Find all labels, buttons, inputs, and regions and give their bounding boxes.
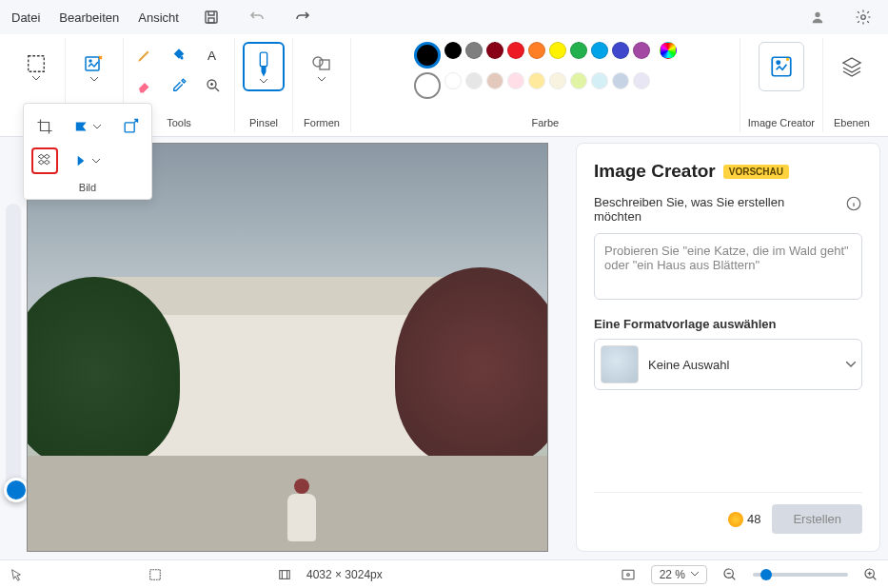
menu-edit[interactable]: Bearbeiten xyxy=(59,10,119,25)
current-color-2[interactable] xyxy=(414,72,441,99)
eraser-tool[interactable] xyxy=(131,72,158,99)
color-swatch[interactable] xyxy=(633,72,650,89)
resize-icon[interactable] xyxy=(74,113,101,140)
create-button[interactable]: Erstellen xyxy=(772,504,862,534)
canvas-image[interactable] xyxy=(27,143,548,552)
color-swatch[interactable] xyxy=(507,42,524,59)
color-swatch[interactable] xyxy=(612,72,629,89)
coin-icon xyxy=(728,512,743,527)
color-swatch[interactable] xyxy=(444,72,462,89)
statusbar: 4032 × 3024px 22 % xyxy=(0,559,888,588)
describe-label: Beschreiben Sie, was Sie erstellen möcht… xyxy=(594,195,813,224)
color-swatch[interactable] xyxy=(465,42,483,59)
settings-icon[interactable] xyxy=(850,4,877,30)
svg-rect-0 xyxy=(206,11,217,23)
zoom-slider[interactable] xyxy=(753,573,848,577)
prompt-input[interactable]: Probieren Sie "eine Katze, die im Wald g… xyxy=(594,233,862,300)
menubar: Datei Bearbeiten Ansicht xyxy=(0,0,888,34)
save-icon[interactable] xyxy=(198,4,225,30)
svg-rect-1 xyxy=(208,18,214,23)
brush-tool[interactable] xyxy=(243,42,285,91)
ribbon-group-color: Farbe xyxy=(351,38,740,132)
svg-point-6 xyxy=(89,60,91,62)
color-swatch[interactable] xyxy=(528,42,545,59)
ribbon-group-shapes: Formen xyxy=(293,38,351,132)
color-swatch[interactable] xyxy=(486,42,503,59)
dimensions-text: 4032 × 3024px xyxy=(306,568,383,581)
undo-icon[interactable] xyxy=(244,4,270,30)
crop-icon[interactable] xyxy=(31,113,58,140)
preview-badge: VORSCHAU xyxy=(723,165,789,179)
menu-view[interactable]: Ansicht xyxy=(138,10,179,25)
style-thumbnail xyxy=(601,345,639,383)
color-swatch[interactable] xyxy=(444,42,462,59)
color-swatch[interactable] xyxy=(465,72,483,89)
canvas-area xyxy=(0,137,572,559)
vertical-slider[interactable] xyxy=(6,204,21,499)
svg-point-2 xyxy=(815,12,819,17)
tools-label: Tools xyxy=(167,117,191,128)
chevron-down-icon xyxy=(691,572,699,577)
image-creator-button[interactable] xyxy=(759,42,804,91)
canvas-size-icon xyxy=(278,568,291,581)
chevron-down-icon xyxy=(90,77,98,82)
pencil-tool[interactable] xyxy=(131,42,158,69)
fill-tool[interactable] xyxy=(166,42,192,69)
color-swatch[interactable] xyxy=(486,72,503,89)
panel-subtitle: Beschreiben Sie, was Sie erstellen möcht… xyxy=(594,195,862,224)
redo-icon[interactable] xyxy=(289,4,316,30)
credits-value: 48 xyxy=(747,512,760,526)
zoom-out-icon[interactable] xyxy=(722,567,738,582)
brush-label: Pinsel xyxy=(249,117,278,128)
style-label: Eine Formatvorlage auswählen xyxy=(594,317,862,331)
info-icon[interactable] xyxy=(845,195,862,212)
style-select[interactable]: Keine Auswahl xyxy=(594,339,862,390)
color-swatch[interactable] xyxy=(570,42,587,59)
svg-rect-4 xyxy=(29,55,45,71)
image-creator-panel: Image Creator VORSCHAU Beschreiben Sie, … xyxy=(576,143,880,552)
svg-text:A: A xyxy=(207,49,216,63)
expand-icon[interactable] xyxy=(117,113,144,140)
ribbon-group-layers: Ebenen xyxy=(823,38,880,132)
select-tool[interactable] xyxy=(15,42,57,91)
current-color-1[interactable] xyxy=(414,42,441,69)
image-dropdown-popup: Bild xyxy=(23,103,152,200)
zoom-in-icon[interactable] xyxy=(863,567,878,582)
color-swatch[interactable] xyxy=(570,72,587,89)
zoom-select[interactable]: 22 % xyxy=(651,565,707,584)
layers-button[interactable] xyxy=(831,42,873,91)
text-tool[interactable]: A xyxy=(200,42,227,69)
color-swatch[interactable] xyxy=(549,42,566,59)
color-swatch[interactable] xyxy=(612,42,629,59)
shapes-label: Formen xyxy=(304,117,340,128)
fit-screen-icon[interactable] xyxy=(621,567,636,582)
color-swatch[interactable] xyxy=(591,72,608,89)
magnifier-tool[interactable] xyxy=(200,72,227,99)
chevron-down-icon xyxy=(318,77,326,82)
eyedropper-tool[interactable] xyxy=(166,72,192,99)
panel-title-text: Image Creator xyxy=(594,161,716,182)
svg-rect-18 xyxy=(622,570,634,578)
main-area: Image Creator VORSCHAU Beschreiben Sie, … xyxy=(0,137,888,559)
color-swatch[interactable] xyxy=(633,42,650,59)
image-tool[interactable] xyxy=(73,42,115,91)
svg-rect-14 xyxy=(125,123,134,132)
image-creator-label: Image Creator xyxy=(748,117,815,128)
menu-file[interactable]: Datei xyxy=(11,10,40,25)
zoom-value: 22 % xyxy=(660,568,685,581)
color-label: Farbe xyxy=(531,117,559,128)
color-picker-icon[interactable] xyxy=(660,42,677,59)
color-swatch[interactable] xyxy=(507,72,524,89)
color-swatch[interactable] xyxy=(591,42,608,59)
svg-point-10 xyxy=(313,57,323,67)
remove-background-icon[interactable] xyxy=(31,147,58,174)
style-value: Keine Auswahl xyxy=(648,358,837,372)
rotate-icon[interactable] xyxy=(74,147,101,174)
user-icon[interactable] xyxy=(804,4,831,30)
color-swatch[interactable] xyxy=(528,72,545,89)
popup-label: Bild xyxy=(30,178,146,193)
cursor-icon xyxy=(10,568,23,581)
color-swatch[interactable] xyxy=(549,72,566,89)
svg-rect-9 xyxy=(260,52,266,67)
shapes-tool[interactable] xyxy=(301,42,343,91)
